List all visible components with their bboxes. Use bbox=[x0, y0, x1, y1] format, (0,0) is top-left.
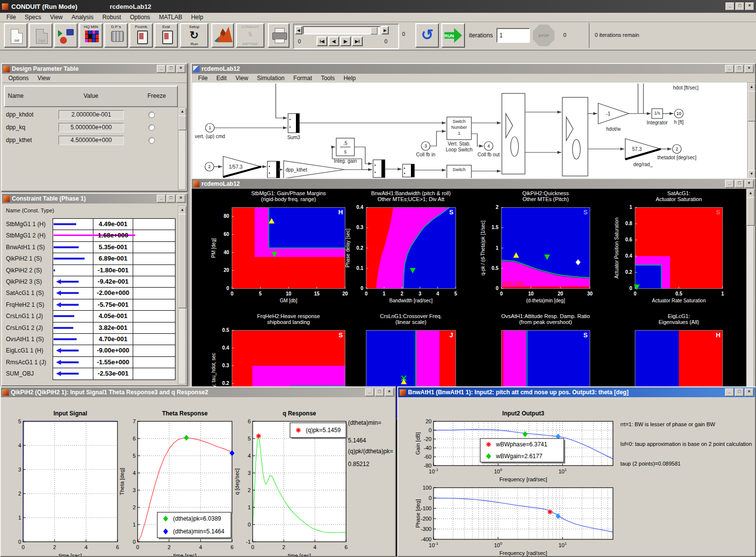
sim-line[interactable] bbox=[362, 168, 372, 171]
minimize-icon[interactable]: _ bbox=[725, 180, 734, 188]
sim-mux[interactable] bbox=[502, 93, 525, 174]
legend[interactable]: (dtheta)pk=6.0389(dtheta)min=5.1464 bbox=[157, 512, 233, 539]
iterations-input[interactable]: 1 bbox=[496, 28, 530, 43]
sim-line[interactable] bbox=[276, 84, 287, 119]
sim-line[interactable] bbox=[588, 112, 597, 115]
sim-menu-simulation[interactable]: Simulation bbox=[253, 75, 289, 82]
sim-tf[interactable]: .5sInteg. gain bbox=[334, 138, 357, 164]
minimize-icon[interactable]: _ bbox=[726, 2, 734, 10]
sqpt-button[interactable]: Sqpt bbox=[29, 23, 53, 48]
slider-left-arrow[interactable]: ◄ bbox=[295, 26, 302, 34]
slider-thumb[interactable] bbox=[371, 27, 378, 34]
close-icon[interactable]: × bbox=[745, 180, 754, 188]
legend[interactable]: (q)pk=5.1459 bbox=[290, 423, 348, 439]
sim-line[interactable] bbox=[385, 168, 402, 171]
close-icon[interactable]: × bbox=[176, 195, 185, 203]
main-menu-specs[interactable]: Specs bbox=[20, 14, 45, 21]
sim-block[interactable]: SwitchNumber1Vert. Stab.Loop Switch bbox=[446, 117, 472, 152]
setup-run-button[interactable]: SetupRun↻ bbox=[180, 23, 208, 48]
ct-extra-cell[interactable] bbox=[133, 368, 175, 380]
minimize-icon[interactable]: _ bbox=[157, 195, 166, 203]
sim-line[interactable] bbox=[663, 112, 673, 115]
stop-button[interactable]: STOP bbox=[533, 25, 554, 46]
close-icon[interactable]: × bbox=[745, 2, 754, 10]
ct-extra-cell[interactable] bbox=[133, 264, 175, 276]
sim-block[interactable]: 1/sIntegrator bbox=[647, 109, 668, 125]
sim-line[interactable] bbox=[525, 111, 561, 114]
ct-title-bar[interactable]: Constraint Table (Phase 1) _ □ × bbox=[2, 194, 187, 204]
fig-title-bar[interactable]: rcdemoLab12 _ □ × bbox=[192, 179, 755, 189]
main-menu-view[interactable]: View bbox=[46, 14, 67, 21]
maximize-icon[interactable]: □ bbox=[735, 180, 744, 188]
transport-2[interactable]: ▶ bbox=[340, 36, 351, 46]
main-menu-matlab[interactable]: MATLAB bbox=[155, 14, 187, 21]
slider-right-arrow[interactable]: ► bbox=[381, 26, 389, 34]
sim-port[interactable]: 4Coll fb out bbox=[477, 142, 499, 157]
dpt-menu-options[interactable]: Options bbox=[4, 75, 33, 82]
ct-extra-cell[interactable] bbox=[133, 230, 175, 241]
sim-mux[interactable] bbox=[562, 97, 588, 176]
eval-button[interactable]: Eval bbox=[154, 23, 178, 48]
sim-menu-tools[interactable]: Tools bbox=[317, 75, 339, 82]
close-icon[interactable]: × bbox=[176, 65, 185, 73]
dpt-menu-view[interactable]: View bbox=[33, 75, 55, 82]
sim-gain[interactable]: 1/57.3 bbox=[223, 156, 261, 177]
ct-extra-cell[interactable] bbox=[133, 333, 175, 345]
dpt-value-field[interactable]: 5.000000e+000 bbox=[58, 123, 124, 132]
sim-menu-view[interactable]: View bbox=[231, 75, 253, 82]
sim-sum[interactable] bbox=[403, 164, 414, 177]
main-menu-robust[interactable]: Robust bbox=[98, 14, 125, 21]
sim-line[interactable] bbox=[214, 126, 287, 129]
close-icon[interactable]: × bbox=[385, 388, 394, 396]
run-button[interactable]: RUN bbox=[441, 23, 465, 48]
sim-port[interactable]: 2thetadot [deg/sec] bbox=[657, 145, 697, 160]
sim-scrollbar[interactable]: ▲ ▼ bbox=[747, 83, 755, 179]
simulink-canvas[interactable]: 1vert. (up) cmdSum3SwitchNumber1Vert. St… bbox=[192, 83, 747, 179]
hq-min-button[interactable]: HQ MIN bbox=[79, 23, 103, 48]
ct-extra-cell[interactable] bbox=[133, 218, 175, 230]
ct-extra-cell[interactable] bbox=[133, 310, 175, 322]
legend[interactable]: wBWphase=6.3741wBWgain=2.6177 bbox=[480, 439, 565, 464]
sim-port[interactable]: 10h [ft] bbox=[674, 109, 684, 125]
minimize-icon[interactable]: _ bbox=[725, 388, 734, 396]
ct-extra-cell[interactable] bbox=[133, 299, 175, 311]
pcomb-button[interactable]: Pcomb bbox=[129, 23, 153, 48]
close-icon[interactable]: × bbox=[745, 65, 754, 73]
main-menu-analysis[interactable]: Analysis bbox=[67, 14, 98, 21]
sim-sum[interactable] bbox=[373, 160, 385, 177]
sim-sum[interactable]: Sum3 bbox=[287, 114, 300, 140]
sim-line[interactable] bbox=[430, 130, 446, 146]
main-title-bar[interactable]: CONDUIT (Run Mode) rcdemoLab12 _ □ × bbox=[0, 0, 756, 13]
main-menu-file[interactable]: File bbox=[2, 14, 20, 21]
sim-line[interactable] bbox=[261, 165, 266, 168]
ct-bar-cell[interactable] bbox=[53, 264, 94, 276]
dpt-freeze-radio[interactable] bbox=[148, 124, 155, 131]
dpt-freeze-radio[interactable] bbox=[148, 137, 155, 144]
minimize-icon[interactable]: _ bbox=[157, 65, 166, 73]
dpt-value-field[interactable]: 4.500000e+000 bbox=[58, 136, 124, 145]
sim-line[interactable] bbox=[214, 165, 222, 168]
main-menu-options[interactable]: Options bbox=[125, 14, 154, 21]
ct-extra-cell[interactable] bbox=[133, 322, 175, 334]
sim-line[interactable] bbox=[588, 147, 624, 150]
sim-line[interactable] bbox=[354, 147, 372, 165]
conduit-riptide-button[interactable]: CONDUITRIPTIDE\\ bbox=[236, 23, 264, 48]
sim-line[interactable] bbox=[661, 147, 671, 150]
sim-port[interactable]: 1vert. (up) cmd bbox=[195, 123, 225, 139]
close-icon[interactable]: × bbox=[745, 388, 754, 396]
sim-menu-format[interactable]: Format bbox=[289, 75, 317, 82]
sim-text[interactable]: hdot [ft/sec] bbox=[673, 85, 698, 90]
matlab-button[interactable] bbox=[211, 23, 234, 48]
transport-1[interactable]: ◀ bbox=[328, 36, 339, 46]
ct-extra-cell[interactable] bbox=[133, 356, 175, 368]
ct-scrollbar[interactable]: ▲ bbox=[178, 205, 186, 384]
sim-gain[interactable]: 57.3deg/rad_ bbox=[625, 139, 661, 167]
sim-line[interactable] bbox=[629, 112, 651, 115]
sim-port[interactable]: 3Coll fb in bbox=[416, 142, 436, 157]
sim-gain[interactable]: -1hdot/w bbox=[598, 103, 629, 132]
dpt-value-field[interactable]: 2.000000e-001 bbox=[58, 110, 124, 119]
ct-extra-cell[interactable] bbox=[133, 345, 175, 356]
maximize-icon[interactable]: □ bbox=[167, 195, 175, 203]
ct-extra-cell[interactable] bbox=[133, 253, 175, 264]
ct-extra-cell[interactable] bbox=[133, 287, 175, 299]
